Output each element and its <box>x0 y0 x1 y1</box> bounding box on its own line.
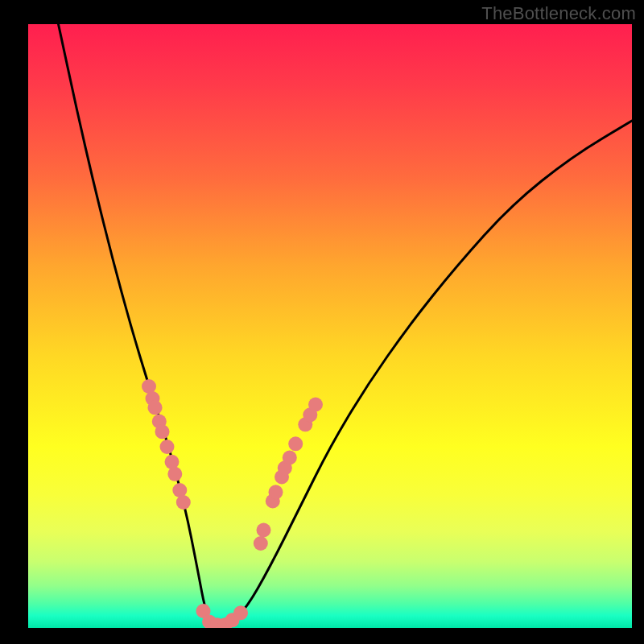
chart-outer-frame: TheBottleneck.com <box>0 0 644 644</box>
curve-marker <box>160 440 175 454</box>
curve-marker <box>254 536 268 551</box>
curve-marker <box>233 605 248 620</box>
curve-marker <box>257 523 271 538</box>
curve-marker <box>308 398 323 412</box>
v-curve-svg <box>28 24 632 628</box>
curve-marker <box>167 467 182 481</box>
curve-marker <box>269 485 283 499</box>
curve-marker <box>148 400 163 415</box>
curve-marker <box>176 495 191 510</box>
marker-group <box>142 379 323 628</box>
v-curve-path <box>59 24 633 625</box>
curve-marker <box>283 451 297 465</box>
curve-marker <box>288 436 303 451</box>
curve-marker <box>155 424 170 439</box>
curve-marker <box>165 455 180 469</box>
watermark-text: TheBottleneck.com <box>481 3 636 24</box>
chart-plot-area <box>28 24 632 628</box>
